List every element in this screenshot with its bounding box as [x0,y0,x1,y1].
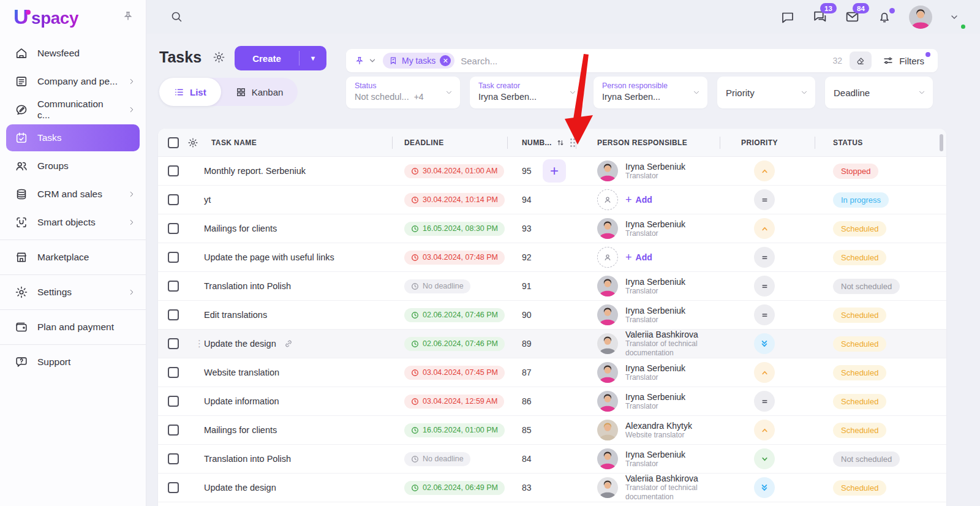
assignee-avatar[interactable] [597,218,618,239]
profile-chevron-down-icon[interactable] [949,12,959,22]
sort-icon[interactable] [556,138,565,147]
status-badge[interactable]: Not scheduled [833,279,900,294]
table-row[interactable]: Update information 03.04.2024, 12:59 AM … [158,387,946,416]
status-badge[interactable]: In progress [833,192,889,208]
task-name[interactable]: Edit translations [204,310,267,320]
table-scrollbar-thumb[interactable] [940,134,943,151]
status-badge[interactable]: Scheduled [833,250,886,265]
priority-normal-icon[interactable] [754,247,775,268]
assignee-placeholder-icon[interactable] [597,247,618,268]
task-name[interactable]: Translation into Polish [204,281,291,291]
column-settings-gear-icon[interactable] [187,137,198,148]
my-tasks-filter-chip[interactable]: My tasks ✕ [383,53,454,69]
comment-icon[interactable] [780,10,795,25]
row-checkbox[interactable] [168,194,179,205]
task-name[interactable]: Update the page with useful links [204,252,334,262]
assignee-avatar[interactable] [597,448,618,469]
priority-high-icon[interactable] [754,420,775,440]
table-row[interactable]: Edit translations 02.06.2024, 07:46 PM 9… [158,301,946,330]
sidebar-item-plan-and-payment[interactable]: Plan and payment [0,313,146,341]
sidebar-item-tasks[interactable]: Tasks [6,124,140,151]
row-checkbox[interactable] [168,165,179,176]
row-checkbox[interactable] [168,223,179,234]
table-row[interactable]: Update the page with useful links 03.04.… [158,243,946,272]
row-checkbox[interactable] [168,338,179,349]
sidebar-pin-icon[interactable] [123,10,134,24]
status-badge[interactable]: Not scheduled [833,451,900,467]
task-name[interactable]: Mailings for clients [204,425,277,435]
clear-filters-eraser-icon[interactable] [850,51,872,70]
table-row[interactable]: ⋮ Update the design 02.06.2024, 07:46 PM… [158,330,946,358]
assignee-name[interactable]: Alexandra Khytyk [625,421,692,431]
assignee-avatar[interactable] [597,420,618,440]
sidebar-item-support[interactable]: Support [0,348,146,376]
assignee-avatar[interactable] [597,276,618,296]
create-dropdown-caret[interactable]: ▼ [300,46,326,70]
table-row[interactable]: yt 30.04.2024, 10:14 PM 94 + Add In prog… [158,186,946,214]
column-header-task-name[interactable]: TASK NAME [204,129,392,156]
view-toggle-kanban[interactable]: Kanban [221,78,298,106]
priority-high-icon[interactable] [754,160,775,181]
assignee-name[interactable]: Valeriia Bashkirova [625,330,720,339]
assignee-placeholder-icon[interactable] [597,189,618,210]
task-name[interactable]: Update the design [204,483,276,493]
assignee-name[interactable]: Iryna Serbeniuk [625,392,685,402]
row-checkbox[interactable] [168,281,179,292]
sidebar-item-newsfeed[interactable]: Newsfeed [0,39,146,67]
quick-add-button[interactable]: + [543,159,566,183]
assignee-name[interactable]: Iryna Serbeniuk [625,450,685,459]
column-header-number[interactable]: NUMB... [507,129,576,156]
mail-icon[interactable]: 84 [845,9,860,25]
filter-task-creator[interactable]: Task creator Iryna Serben... [470,77,584,108]
sidebar-item-company-and-pe[interactable]: Company and pe... [0,67,146,96]
column-header-priority[interactable]: PRIORITY [720,129,815,156]
status-badge[interactable]: Scheduled [833,480,886,496]
sidebar-item-groups[interactable]: Groups [0,152,146,180]
priority-lowest-icon[interactable] [754,333,775,354]
task-name[interactable]: yt [204,195,211,205]
status-badge[interactable]: Stopped [833,164,878,179]
status-badge[interactable]: Scheduled [833,221,886,236]
add-assignee-button[interactable]: + Add [625,251,652,264]
assignee-name[interactable]: Iryna Serbeniuk [625,306,685,315]
status-badge[interactable]: Scheduled [833,394,886,409]
row-checkbox[interactable] [168,396,179,407]
assignee-name[interactable]: Iryna Serbeniuk [625,162,685,172]
priority-high-icon[interactable] [754,362,775,383]
task-name[interactable]: Website translation [204,368,279,377]
assignee-avatar[interactable] [597,304,618,325]
filter-person-responsible[interactable]: Person responsible Iryna Serben... [594,77,707,108]
row-checkbox[interactable] [168,367,179,378]
pin-filter-icon[interactable] [355,56,364,66]
task-name[interactable]: Update the design [204,339,276,349]
filter-deadline[interactable]: Deadline [825,77,933,108]
assignee-name[interactable]: Iryna Serbeniuk [625,363,685,373]
column-header-deadline[interactable]: DEADLINE [392,129,507,156]
priority-high-icon[interactable] [754,218,775,239]
assignee-avatar[interactable] [597,391,618,412]
select-all-checkbox[interactable] [168,137,179,148]
priority-lowest-icon[interactable] [754,477,775,498]
filter-status[interactable]: Status Not schedul...+4 [346,77,460,108]
assignee-avatar[interactable] [597,477,618,498]
sidebar-item-marketplace[interactable]: Marketplace [0,243,146,271]
priority-normal-icon[interactable] [754,189,775,210]
app-logo[interactable]: U spacy [13,7,78,28]
sidebar-item-settings[interactable]: Settings [0,278,146,306]
add-assignee-button[interactable]: + Add [625,194,652,206]
bell-icon[interactable] [877,10,892,25]
status-badge[interactable]: Scheduled [833,336,886,352]
status-badge[interactable]: Scheduled [833,423,886,438]
link-icon[interactable] [284,339,293,349]
create-button[interactable]: Create ▼ [235,46,326,70]
assignee-name[interactable]: Iryna Serbeniuk [625,219,685,229]
table-row[interactable]: Mailings for clients 16.05.2024, 08:30 P… [158,214,946,243]
view-toggle-list[interactable]: List [159,78,221,106]
table-row[interactable]: Translation into Polish No deadline 84 I… [158,445,946,474]
table-row[interactable]: Monthly report. Serbeniuk 30.04.2024, 01… [158,157,946,186]
table-row[interactable]: Update the design 02.06.2024, 06:49 PM 8… [158,474,946,502]
assignee-name[interactable]: Valeriia Bashkirova [625,474,720,483]
sidebar-item-smart-objects[interactable]: Smart objects [0,208,146,236]
table-row[interactable]: Website translation 03.04.2024, 07:45 PM… [158,358,946,387]
row-checkbox[interactable] [168,453,179,464]
